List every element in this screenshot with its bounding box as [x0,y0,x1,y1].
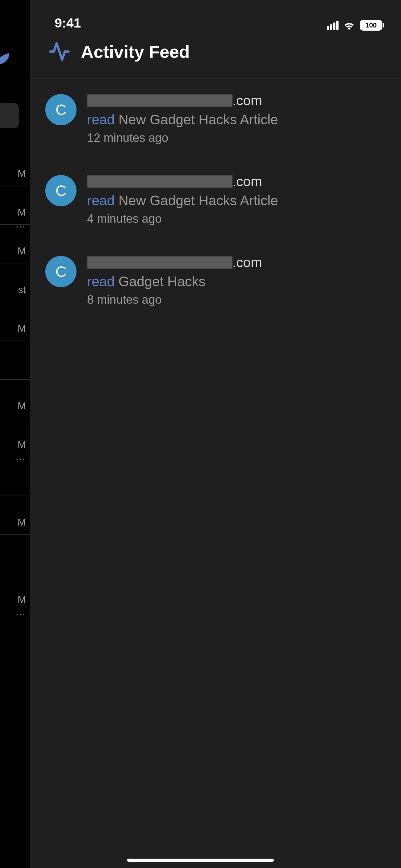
feed-verb: read [87,274,119,289]
status-bar: 9:41 100 [30,0,401,34]
peek-row[interactable]: st [0,263,30,302]
page-title: Activity Feed [81,41,190,62]
feed-content: .comread Gadget Hacks8 minutes ago [87,255,382,307]
redacted-username [87,94,232,107]
feed-item[interactable]: C.comread New Gadget Hacks Article12 min… [30,79,401,159]
activity-icon [48,41,70,62]
feed-content: .comread New Gadget Hacks Article4 minut… [87,174,382,226]
feed-user-line: .com [87,174,382,189]
leaf-icon [0,50,12,69]
avatar[interactable]: C [45,256,76,287]
feed-item[interactable]: C.comread New Gadget Hacks Article4 minu… [30,159,401,240]
peek-row[interactable]: M [0,147,30,186]
feed-verb: read [87,112,119,127]
feed-object[interactable]: Gadget Hacks [119,274,205,289]
avatar[interactable]: C [45,94,76,125]
redacted-username [87,256,232,269]
peek-panel[interactable]: MM...MstMMM...MM... [0,0,30,868]
peek-row[interactable]: M... [0,573,30,612]
peek-row[interactable]: M [0,302,30,341]
peek-row[interactable]: M... [0,186,30,224]
feed-domain-suffix: .com [232,255,262,270]
feed-action-line: read New Gadget Hacks Article [87,192,382,209]
status-time: 9:41 [55,16,81,31]
feed-object[interactable]: New Gadget Hacks Article [119,193,278,208]
feed-action-line: read New Gadget Hacks Article [87,111,382,128]
redacted-username [87,175,232,188]
feed-action-line: read Gadget Hacks [87,273,382,290]
feed-domain-suffix: .com [232,93,262,108]
peek-row[interactable] [0,457,30,496]
cellular-icon [327,21,338,30]
feed-timestamp: 8 minutes ago [87,293,382,307]
peek-rows: MM...MstMMM...MM... [0,147,30,612]
peek-row[interactable] [0,534,30,573]
peek-row-text: M [18,400,26,412]
main-panel: 9:41 100 Activity Feed C.comread New [30,0,401,868]
feed-content: .comread New Gadget Hacks Article12 minu… [87,93,382,145]
header: Activity Feed [30,34,401,79]
battery-level: 100 [365,21,377,29]
peek-row-text: M [18,207,26,218]
feed-domain-suffix: .com [232,174,262,189]
peek-row[interactable]: M [0,379,30,418]
peek-row[interactable] [0,341,30,379]
battery-icon: 100 [360,20,382,31]
peek-row-text: M [18,439,26,451]
peek-row-text: M [18,168,26,179]
avatar[interactable]: C [45,175,76,206]
feed-timestamp: 12 minutes ago [87,131,382,145]
peek-row-text: M [18,594,26,606]
wifi-icon [343,21,356,30]
peek-row-text: M [18,245,26,257]
feed-user-line: .com [87,255,382,270]
status-right: 100 [327,20,382,31]
peek-row[interactable]: M... [0,418,30,457]
feed-user-line: .com [87,93,382,108]
feed-verb: read [87,193,119,208]
feed-item[interactable]: C.comread Gadget Hacks8 minutes ago [30,240,401,321]
peek-row-dots: ... [15,606,26,617]
peek-row-text: st [18,284,26,296]
feed-object[interactable]: New Gadget Hacks Article [119,112,278,127]
peek-row[interactable]: M [0,224,30,263]
peek-tile [0,103,19,128]
home-indicator[interactable] [127,859,274,862]
feed-list[interactable]: C.comread New Gadget Hacks Article12 min… [30,79,401,868]
peek-row[interactable]: M [0,496,30,534]
peek-row-text: M [18,517,26,528]
peek-row-text: M [18,323,26,334]
feed-timestamp: 4 minutes ago [87,212,382,226]
